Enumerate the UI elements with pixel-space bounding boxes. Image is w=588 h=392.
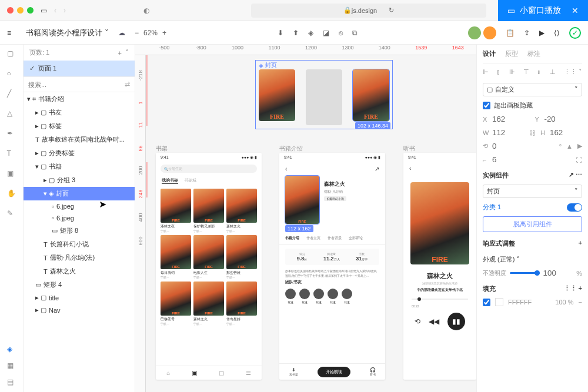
artboard-listen[interactable]: 9:41 ‹ FIRE 森林之火 油茶精灵及其影响的生活还 中的那段最欢迎在太年… — [403, 153, 476, 380]
align-center-h-icon[interactable]: ⫿ — [497, 68, 500, 76]
artboard-book-detail[interactable]: 9:41●●● ◉ ▮ ‹↗ FIRE 森林之火 儒勒·凡尔纳 长篇科幻小说 1… — [279, 153, 385, 380]
layer-folder-books[interactable]: ▾ ▢ 书籍 — [24, 160, 135, 173]
minimize-icon[interactable] — [17, 7, 24, 14]
cover-thumb-2[interactable] — [306, 69, 342, 125]
fill-color-chip[interactable] — [495, 298, 503, 306]
image-tool-icon[interactable]: ▣ — [7, 169, 16, 179]
component-icon[interactable]: ◈ — [308, 29, 313, 37]
layer-folder-cat-tags[interactable]: ▸ ▢ 分类标签 — [24, 146, 135, 160]
add-responsive-icon[interactable]: + — [579, 239, 582, 248]
canvas[interactable]: -500-8001000110012001300140015391643 -21… — [135, 45, 476, 392]
clipboard-icon[interactable]: 📋 — [506, 29, 514, 37]
radius-input[interactable] — [492, 155, 571, 164]
frame-label-listen[interactable]: 听书 — [403, 145, 415, 153]
tab-design[interactable]: 设计 — [483, 49, 496, 58]
collaborator-avatars[interactable] — [468, 26, 496, 39]
layer-text-verne[interactable]: T 儒勒·凡尔纳(法) — [24, 251, 135, 264]
pencil-tool-icon[interactable]: ✎ — [7, 209, 16, 219]
frame-label-bookshelf[interactable]: 书架 — [156, 145, 168, 153]
frame-preset-dropdown[interactable]: ▢自定义˅ — [483, 83, 582, 96]
frame-label-intro[interactable]: 书籍介绍 — [279, 145, 303, 153]
comments-icon[interactable]: ▤ — [7, 378, 16, 387]
h-input[interactable] — [550, 128, 582, 137]
chevron-left-icon[interactable]: ‹ — [54, 6, 56, 15]
distribute-icon[interactable]: ⋮⋮ ˅ — [564, 68, 582, 76]
maximize-icon[interactable] — [27, 7, 34, 14]
small-window-banner[interactable]: ▭ 小窗口播放 ✕ — [498, 0, 588, 21]
link-wh-icon[interactable]: ⛓ — [529, 129, 536, 136]
layer-image-6a[interactable]: ▫ 6.jpeg — [24, 200, 135, 212]
layer-folder-nav[interactable]: ▸ ▢ Nav — [24, 304, 135, 316]
menu-icon[interactable]: ≡ — [7, 29, 16, 37]
play-icon[interactable]: ▶ — [539, 29, 544, 37]
copy-icon[interactable]: ⧉ — [352, 29, 358, 37]
add-fill-icon[interactable]: + — [579, 284, 582, 292]
detach-instance-button[interactable]: 脱离引用组件 — [483, 216, 582, 232]
layer-rect-8[interactable]: ▭ 矩形 8 — [24, 224, 135, 237]
avatar[interactable] — [483, 26, 496, 39]
canvas-group-label[interactable]: ◈ 封页 — [259, 61, 277, 69]
layer-text-story[interactable]: T 故事叙述在英国南北战争时... — [24, 133, 135, 146]
text-tool-icon[interactable]: T — [7, 149, 16, 159]
component-dropdown[interactable]: 封页˅ — [483, 185, 582, 198]
flip-v-icon[interactable]: ▶ — [577, 142, 582, 150]
line-tool-icon[interactable]: ╱ — [7, 89, 16, 99]
layers-icon[interactable]: ◈ — [7, 345, 16, 354]
opacity-slider[interactable] — [510, 272, 540, 274]
zoom-control[interactable]: − 62% + — [135, 29, 166, 37]
page-item-1[interactable]: ✓ 页面 1 — [24, 61, 135, 76]
appearance-dropdown[interactable]: 外观 (正常) ˅ — [483, 255, 520, 264]
pen-tool-icon[interactable]: ✒ — [7, 129, 16, 139]
remove-fill-icon[interactable]: − — [579, 299, 582, 306]
sidebar-toggle-icon[interactable]: ▭ — [41, 6, 47, 15]
layer-text-forest[interactable]: T 森林之火 — [24, 264, 135, 278]
style-icon[interactable]: ⋮⋮ — [564, 284, 577, 292]
layer-folder-tags[interactable]: ▸ ▢ 标签 — [24, 119, 135, 133]
add-page-icon[interactable]: + — [118, 49, 122, 56]
project-name-dropdown[interactable]: 书籍阅读类小程序设计 ˅ — [26, 28, 109, 38]
pages-header[interactable]: 页数: 1 + ˅ — [24, 45, 135, 61]
link-icon[interactable]: ⎋ — [339, 29, 343, 37]
more-icon[interactable]: ⋯ — [576, 171, 582, 178]
share-icon[interactable]: ⇪ — [524, 29, 530, 37]
chevron-down-icon[interactable]: ˅ — [125, 49, 129, 56]
mask-icon[interactable]: ◪ — [323, 29, 329, 37]
close-icon[interactable] — [7, 7, 14, 14]
layer-search[interactable]: ⇄ — [24, 76, 135, 92]
fill-enabled-checkbox[interactable] — [483, 299, 490, 306]
polygon-tool-icon[interactable]: △ — [7, 109, 16, 119]
flip-h-icon[interactable]: ▲ — [566, 143, 573, 150]
filter-icon[interactable]: ⇄ — [125, 81, 130, 88]
align-left-icon[interactable]: ⊩ — [483, 68, 489, 76]
y-input[interactable] — [544, 115, 583, 123]
corner-independent-icon[interactable]: ⛶ — [576, 156, 582, 163]
hand-tool-icon[interactable]: ✋ — [7, 189, 16, 199]
layer-text-scifi[interactable]: T 长篇科幻小说 — [24, 237, 135, 251]
w-input[interactable] — [492, 128, 524, 137]
layer-cover-selected[interactable]: ▾ ◈ 封面 — [24, 187, 135, 200]
close-icon[interactable]: ✕ — [572, 6, 579, 15]
rotation-input[interactable] — [492, 142, 557, 150]
align-center-v-icon[interactable]: ⫾ — [537, 68, 541, 76]
plus-icon[interactable]: + — [162, 29, 166, 37]
layer-folder-friends[interactable]: ▸ ▢ 书友 — [24, 106, 135, 119]
export-icon[interactable]: ⬇ — [278, 29, 283, 37]
layer-image-6b[interactable]: ▫ 6.jpeg — [24, 212, 135, 224]
cover-thumb-1[interactable]: FIREWRECKS A FOREST — [259, 69, 295, 121]
align-right-icon[interactable]: ⊪ — [509, 68, 515, 76]
cover-thumb-3-selected[interactable]: FIREWRECKS A FOREST — [353, 69, 389, 121]
layer-group-books-intro[interactable]: ▾ ⌗ 书籍介绍 — [24, 92, 135, 106]
url-bar[interactable]: 🔒 js.design ↻ — [251, 4, 486, 18]
tab-annotate[interactable]: 标注 — [527, 49, 540, 58]
overflow-hidden-checkbox[interactable]: 超出画板隐藏 — [483, 99, 582, 112]
variant-toggle[interactable] — [567, 203, 582, 212]
fill-color-value[interactable]: FFFFFF — [508, 299, 532, 306]
refresh-icon[interactable]: ↻ — [389, 6, 394, 14]
cloud-icon[interactable]: ☁ — [118, 29, 125, 37]
chevron-right-icon[interactable]: › — [64, 6, 66, 15]
frame-tool-icon[interactable]: ▢ — [7, 49, 16, 59]
assets-icon[interactable]: ▦ — [7, 361, 16, 371]
ellipse-tool-icon[interactable]: ○ — [7, 69, 16, 79]
artboard-bookshelf[interactable]: 9:41●●● ◉ ▮ 🔍 云笔生花 我的书架书架城 FIRE漆林之夜宁航一FI… — [156, 153, 262, 380]
opacity-input[interactable] — [543, 269, 573, 277]
